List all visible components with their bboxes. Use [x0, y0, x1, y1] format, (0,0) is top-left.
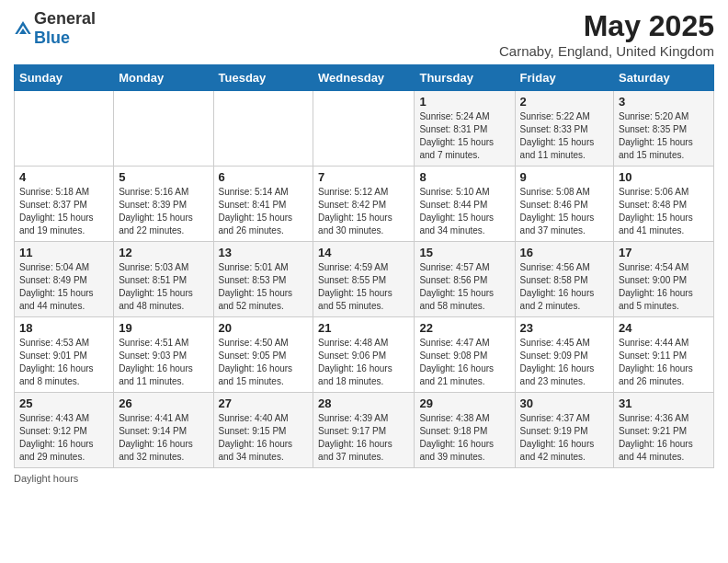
calendar-cell: 20Sunrise: 4:50 AM Sunset: 9:05 PM Dayli…	[213, 317, 313, 393]
day-number: 16	[520, 246, 609, 259]
day-number: 27	[219, 396, 309, 410]
day-info: Sunrise: 5:12 AM Sunset: 8:42 PM Dayligh…	[318, 186, 409, 237]
day-info: Sunrise: 5:22 AM Sunset: 8:33 PM Dayligh…	[520, 110, 609, 162]
day-info: Sunrise: 4:38 AM Sunset: 9:18 PM Dayligh…	[419, 412, 509, 464]
day-number: 15	[419, 246, 509, 259]
calendar-cell: 3Sunrise: 5:20 AM Sunset: 8:35 PM Daylig…	[614, 91, 714, 167]
calendar-cell	[114, 91, 213, 167]
day-info: Sunrise: 4:47 AM Sunset: 9:08 PM Dayligh…	[419, 337, 509, 388]
day-number: 18	[19, 321, 108, 335]
calendar-week-row: 1Sunrise: 5:24 AM Sunset: 8:31 PM Daylig…	[15, 91, 714, 167]
day-info: Sunrise: 4:57 AM Sunset: 8:56 PM Dayligh…	[419, 261, 509, 313]
day-info: Sunrise: 4:43 AM Sunset: 9:12 PM Dayligh…	[19, 412, 108, 464]
day-number: 23	[520, 321, 609, 335]
calendar-day-header: Wednesday	[313, 65, 415, 91]
day-info: Sunrise: 5:10 AM Sunset: 8:44 PM Dayligh…	[419, 186, 509, 237]
calendar-week-row: 18Sunrise: 4:53 AM Sunset: 9:01 PM Dayli…	[15, 317, 714, 393]
day-info: Sunrise: 4:53 AM Sunset: 9:01 PM Dayligh…	[19, 337, 108, 388]
day-number: 5	[119, 170, 208, 184]
day-info: Sunrise: 4:56 AM Sunset: 8:58 PM Dayligh…	[520, 261, 609, 313]
calendar-cell: 14Sunrise: 4:59 AM Sunset: 8:55 PM Dayli…	[313, 242, 415, 317]
day-info: Sunrise: 4:36 AM Sunset: 9:21 PM Dayligh…	[619, 412, 709, 464]
calendar-cell: 6Sunrise: 5:14 AM Sunset: 8:41 PM Daylig…	[213, 167, 313, 242]
calendar-cell: 16Sunrise: 4:56 AM Sunset: 8:58 PM Dayli…	[515, 242, 613, 317]
day-info: Sunrise: 4:59 AM Sunset: 8:55 PM Dayligh…	[318, 261, 409, 313]
calendar-body: 1Sunrise: 5:24 AM Sunset: 8:31 PM Daylig…	[15, 91, 714, 468]
calendar-cell: 11Sunrise: 5:04 AM Sunset: 8:49 PM Dayli…	[15, 242, 114, 317]
day-number: 25	[19, 396, 108, 410]
day-info: Sunrise: 5:20 AM Sunset: 8:35 PM Dayligh…	[619, 110, 709, 162]
day-number: 30	[520, 396, 609, 410]
day-info: Sunrise: 5:14 AM Sunset: 8:41 PM Dayligh…	[219, 186, 309, 237]
calendar-week-row: 11Sunrise: 5:04 AM Sunset: 8:49 PM Dayli…	[15, 242, 714, 317]
calendar-cell	[15, 91, 114, 167]
calendar-cell: 23Sunrise: 4:45 AM Sunset: 9:09 PM Dayli…	[515, 317, 613, 393]
day-info: Sunrise: 5:24 AM Sunset: 8:31 PM Dayligh…	[419, 110, 509, 162]
calendar-table: SundayMondayTuesdayWednesdayThursdayFrid…	[14, 64, 714, 468]
calendar-day-header: Saturday	[614, 65, 714, 91]
day-number: 13	[219, 246, 309, 259]
day-number: 17	[619, 246, 709, 259]
day-number: 20	[219, 321, 309, 335]
calendar-cell: 5Sunrise: 5:16 AM Sunset: 8:39 PM Daylig…	[114, 167, 213, 242]
main-title: May 2025	[499, 9, 714, 43]
calendar-cell: 10Sunrise: 5:06 AM Sunset: 8:48 PM Dayli…	[614, 167, 714, 242]
logo: General Blue	[14, 9, 96, 48]
day-number: 2	[520, 95, 609, 109]
calendar-cell: 17Sunrise: 4:54 AM Sunset: 9:00 PM Dayli…	[614, 242, 714, 317]
day-info: Sunrise: 4:48 AM Sunset: 9:06 PM Dayligh…	[318, 337, 409, 388]
day-number: 10	[619, 170, 709, 184]
calendar-day-header: Thursday	[415, 65, 515, 91]
calendar-cell: 9Sunrise: 5:08 AM Sunset: 8:46 PM Daylig…	[515, 167, 613, 242]
calendar-cell: 19Sunrise: 4:51 AM Sunset: 9:03 PM Dayli…	[114, 317, 213, 393]
day-number: 14	[318, 246, 409, 259]
day-number: 29	[419, 396, 509, 410]
calendar-cell: 27Sunrise: 4:40 AM Sunset: 9:15 PM Dayli…	[213, 393, 313, 468]
calendar-cell: 21Sunrise: 4:48 AM Sunset: 9:06 PM Dayli…	[313, 317, 415, 393]
day-number: 7	[318, 170, 409, 184]
day-number: 6	[219, 170, 309, 184]
day-number: 3	[619, 95, 709, 109]
calendar-cell: 7Sunrise: 5:12 AM Sunset: 8:42 PM Daylig…	[313, 167, 415, 242]
calendar-cell	[313, 91, 415, 167]
calendar-cell: 25Sunrise: 4:43 AM Sunset: 9:12 PM Dayli…	[15, 393, 114, 468]
calendar-header-row: SundayMondayTuesdayWednesdayThursdayFrid…	[15, 65, 714, 91]
day-info: Sunrise: 4:41 AM Sunset: 9:14 PM Dayligh…	[119, 412, 208, 464]
day-info: Sunrise: 4:45 AM Sunset: 9:09 PM Dayligh…	[520, 337, 609, 388]
calendar-cell: 24Sunrise: 4:44 AM Sunset: 9:11 PM Dayli…	[614, 317, 714, 393]
day-info: Sunrise: 4:54 AM Sunset: 9:00 PM Dayligh…	[619, 261, 709, 313]
day-number: 9	[520, 170, 609, 184]
calendar-cell: 13Sunrise: 5:01 AM Sunset: 8:53 PM Dayli…	[213, 242, 313, 317]
day-info: Sunrise: 4:44 AM Sunset: 9:11 PM Dayligh…	[619, 337, 709, 388]
title-block: May 2025 Carnaby, England, United Kingdo…	[499, 9, 714, 59]
calendar-cell: 12Sunrise: 5:03 AM Sunset: 8:51 PM Dayli…	[114, 242, 213, 317]
day-number: 4	[19, 170, 108, 184]
day-number: 8	[419, 170, 509, 184]
day-number: 24	[619, 321, 709, 335]
day-info: Sunrise: 5:01 AM Sunset: 8:53 PM Dayligh…	[219, 261, 309, 313]
logo-text-general: General	[34, 9, 96, 28]
calendar-cell: 26Sunrise: 4:41 AM Sunset: 9:14 PM Dayli…	[114, 393, 213, 468]
calendar-cell: 28Sunrise: 4:39 AM Sunset: 9:17 PM Dayli…	[313, 393, 415, 468]
calendar-cell: 30Sunrise: 4:37 AM Sunset: 9:19 PM Dayli…	[515, 393, 613, 468]
day-number: 31	[619, 396, 709, 410]
calendar-cell: 18Sunrise: 4:53 AM Sunset: 9:01 PM Dayli…	[15, 317, 114, 393]
calendar-cell: 22Sunrise: 4:47 AM Sunset: 9:08 PM Dayli…	[415, 317, 515, 393]
calendar-day-header: Tuesday	[213, 65, 313, 91]
logo-text-blue: Blue	[34, 29, 70, 47]
calendar-day-header: Sunday	[15, 65, 114, 91]
day-info: Sunrise: 5:06 AM Sunset: 8:48 PM Dayligh…	[619, 186, 709, 237]
footer-note: Daylight hours	[14, 473, 714, 484]
calendar-cell: 29Sunrise: 4:38 AM Sunset: 9:18 PM Dayli…	[415, 393, 515, 468]
day-number: 22	[419, 321, 509, 335]
day-info: Sunrise: 4:51 AM Sunset: 9:03 PM Dayligh…	[119, 337, 208, 388]
calendar-day-header: Monday	[114, 65, 213, 91]
day-info: Sunrise: 4:40 AM Sunset: 9:15 PM Dayligh…	[219, 412, 309, 464]
subtitle: Carnaby, England, United Kingdom	[499, 43, 714, 59]
calendar-cell: 31Sunrise: 4:36 AM Sunset: 9:21 PM Dayli…	[614, 393, 714, 468]
day-number: 11	[19, 246, 108, 259]
day-info: Sunrise: 5:16 AM Sunset: 8:39 PM Dayligh…	[119, 186, 208, 237]
day-number: 28	[318, 396, 409, 410]
day-number: 12	[119, 246, 208, 259]
calendar-cell: 1Sunrise: 5:24 AM Sunset: 8:31 PM Daylig…	[415, 91, 515, 167]
